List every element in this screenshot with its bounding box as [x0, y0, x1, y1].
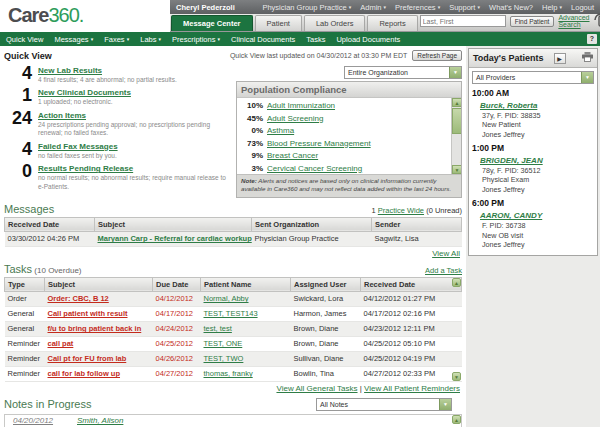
- nav-items: Quick View Messages ▾ Faxes ▾ Labs ▾ Pre…: [6, 35, 400, 44]
- appointment: 6:00 PM AARON, CANDY F. PID: 36738 New O…: [472, 198, 594, 249]
- nav-item-label: Quick View: [6, 35, 43, 44]
- nav-item[interactable]: Prescriptions ▾: [172, 35, 220, 44]
- population-measure-link[interactable]: Cervical Cancer Screening: [267, 164, 362, 173]
- stat-link[interactable]: New Clinical Documents: [38, 88, 131, 97]
- nav-item[interactable]: Clinical Documents: [231, 35, 295, 44]
- stat-info: Failed Fax Messages no failed faxes sent…: [38, 142, 125, 160]
- top-menu-item[interactable]: Preferences ▾: [395, 3, 440, 12]
- top-menu-item[interactable]: What's New?: [489, 3, 533, 12]
- scroll-up-icon[interactable]: ▲: [452, 98, 461, 107]
- task-due-date: 04/26/2012: [153, 351, 201, 366]
- tab-reports[interactable]: Reports: [367, 15, 417, 31]
- task-subject-link[interactable]: Order: CBC, B 12: [48, 294, 109, 303]
- collapse-arrow-icon[interactable]: ▶: [554, 53, 566, 64]
- chevron-down-icon: ▾: [349, 4, 352, 10]
- task-subject-link[interactable]: call pat: [48, 339, 74, 348]
- population-scrollbar[interactable]: ▲ ▼: [451, 98, 461, 174]
- note-patient-link[interactable]: Smith, Alison: [77, 416, 123, 425]
- tasks-column-header[interactable]: Type: [5, 277, 45, 291]
- appointment-patient-link[interactable]: BRIGDEN, JEAN: [480, 156, 594, 165]
- task-subject-link[interactable]: Call pt for FU from lab: [48, 354, 127, 363]
- appointment-patient-link[interactable]: AARON, CANDY: [480, 211, 594, 220]
- nav-item[interactable]: Upload Documents: [336, 35, 400, 44]
- appointment-patient-link[interactable]: Burck, Roberta: [480, 101, 594, 110]
- messages-table-header: Received Date Subject Sent Organization …: [5, 217, 462, 231]
- message-subject-link[interactable]: Maryann Carp - Referral for cardiac work…: [98, 234, 252, 243]
- stat-link[interactable]: New Lab Results: [38, 66, 102, 75]
- tasks-scroll-down-icon[interactable]: ▼: [452, 372, 461, 381]
- mobile-phone-icon[interactable]: [594, 13, 600, 29]
- scroll-down-icon[interactable]: ▼: [452, 165, 461, 174]
- chevron-down-icon: ▾: [384, 4, 387, 10]
- tasks-column-header[interactable]: Subject: [45, 277, 153, 291]
- task-patient-link[interactable]: test, test: [204, 324, 232, 333]
- print-icon[interactable]: [582, 52, 593, 64]
- messages-view-all-link[interactable]: View All: [432, 249, 460, 258]
- top-menu-item[interactable]: Logout: [571, 3, 594, 12]
- nav-item-label: Upload Documents: [336, 35, 400, 44]
- task-type: Reminder: [5, 366, 45, 381]
- notes-scroll-up-icon[interactable]: ▲: [452, 415, 461, 424]
- task-patient-link[interactable]: Normal, Abby: [204, 294, 249, 303]
- top-menu-item[interactable]: Support ▾: [449, 3, 480, 12]
- task-subject-link[interactable]: call for lab follow up: [48, 369, 121, 378]
- view-all-patient-reminders-link[interactable]: View All Patient Reminders: [364, 384, 460, 393]
- page-content: Quick View Quick View last updated on 04…: [0, 46, 600, 427]
- nav-item[interactable]: Tasks: [306, 35, 325, 44]
- top-menu-item[interactable]: Admin ▾: [360, 3, 386, 12]
- find-patient-button[interactable]: Find Patient: [510, 16, 555, 27]
- task-patient-link[interactable]: thomas, franky: [204, 369, 253, 378]
- stat-detail: 1 uploaded; no electronic.: [38, 98, 131, 106]
- top-menu-item[interactable]: Help ▾: [542, 3, 562, 12]
- tasks-column-header[interactable]: Patient Name: [201, 277, 291, 291]
- advanced-search-link[interactable]: Advanced Search: [558, 14, 589, 28]
- population-measure-link[interactable]: Adult Immunization: [267, 101, 335, 110]
- note-date-link[interactable]: 04/20/2012: [13, 416, 53, 425]
- messages-column-header[interactable]: Received Date: [5, 217, 95, 231]
- notes-filter-value: All Notes: [320, 401, 348, 408]
- messages-column-header[interactable]: Subject: [95, 217, 252, 231]
- organization-dropdown[interactable]: Entire Organization ▼: [344, 66, 462, 79]
- help-icon[interactable]: ?: [587, 34, 597, 44]
- tab-patient[interactable]: Patient: [255, 15, 302, 31]
- refresh-page-button[interactable]: Refresh Page: [412, 50, 462, 61]
- nav-item[interactable]: Messages ▾: [54, 35, 93, 44]
- tasks-scroll-up-icon[interactable]: ▲: [452, 278, 461, 287]
- population-item: 0% Asthma: [241, 126, 447, 135]
- population-measure-link[interactable]: Asthma: [267, 126, 294, 135]
- tasks-column-header[interactable]: Assigned User: [291, 277, 361, 291]
- top-menu-item[interactable]: Physician Group Practice ▾: [262, 3, 351, 12]
- scrollbar-thumb[interactable]: [452, 108, 461, 134]
- practice-wide-link[interactable]: Practice Wide: [378, 206, 424, 215]
- patient-search-input[interactable]: [420, 15, 506, 27]
- notes-filter-dropdown[interactable]: All Notes ▼: [316, 398, 452, 411]
- population-measure-link[interactable]: Blood Pressure Management: [267, 139, 371, 148]
- task-row: General f/u to bring patient back in 04/…: [5, 321, 462, 336]
- nav-item[interactable]: Quick View: [6, 35, 43, 44]
- nav-item[interactable]: Faxes ▾: [104, 35, 129, 44]
- task-row: General Call patient with result 04/17/2…: [5, 306, 462, 321]
- population-measure-link[interactable]: Breast Cancer: [267, 151, 318, 160]
- stat-link[interactable]: Failed Fax Messages: [38, 142, 118, 151]
- provider-dropdown[interactable]: All Providers ▼: [472, 71, 594, 84]
- population-measure-link[interactable]: Adult Screening: [267, 114, 323, 123]
- nav-item[interactable]: Labs ▾: [140, 35, 161, 44]
- population-item: 3% Cervical Cancer Screening: [241, 164, 447, 173]
- task-patient-link[interactable]: TEST, TEST143: [204, 309, 258, 318]
- stat-link[interactable]: Action Items: [38, 111, 86, 120]
- view-all-general-tasks-link[interactable]: View All General Tasks: [276, 384, 357, 393]
- task-patient-link[interactable]: TEST, ONE: [204, 339, 243, 348]
- tab-message-center[interactable]: Message Center: [171, 15, 253, 31]
- tasks-column-header[interactable]: Received Date: [361, 277, 462, 291]
- task-patient-link[interactable]: TEST, TWO: [204, 354, 244, 363]
- messages-column-header[interactable]: Sent Organization: [252, 217, 372, 231]
- tasks-column-header[interactable]: Due Date: [153, 277, 201, 291]
- messages-column-header[interactable]: Sender: [372, 217, 462, 231]
- task-subject-link[interactable]: f/u to bring patient back in: [48, 324, 142, 333]
- tab-lab-orders[interactable]: Lab Orders: [304, 15, 366, 31]
- stat-info: New Lab Results 4 final results; 4 are a…: [38, 66, 185, 84]
- organization-dropdown-value: Entire Organization: [348, 69, 408, 76]
- task-subject-link[interactable]: Call patient with result: [48, 309, 128, 318]
- add-task-link[interactable]: Add a Task: [425, 266, 462, 275]
- stat-link[interactable]: Results Pending Release: [38, 164, 133, 173]
